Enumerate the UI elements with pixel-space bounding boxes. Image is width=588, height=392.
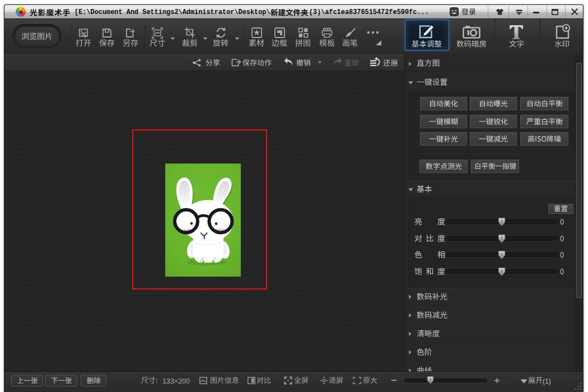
svg-text:LEVI: LEVI — [228, 270, 237, 274]
